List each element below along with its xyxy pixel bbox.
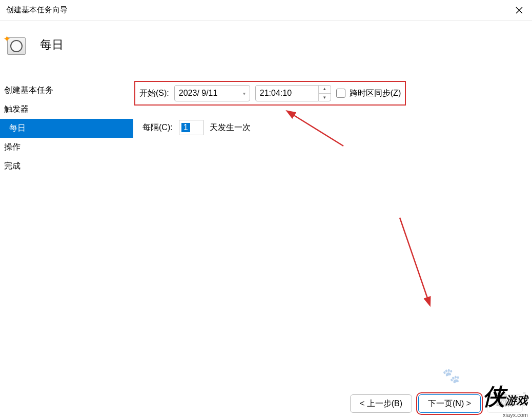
sidebar-item-action[interactable]: 操作 xyxy=(0,138,133,157)
start-row-highlight: 开始(S): 2023/ 9/11 ▾ 21:04:10 ▲ ▼ 跨时区同步(Z… xyxy=(134,81,406,106)
sync-label: 跨时区同步(Z) xyxy=(350,88,401,99)
time-value: 21:04:10 xyxy=(256,89,318,98)
next-button[interactable]: 下一页(N) > xyxy=(418,394,481,413)
time-picker[interactable]: 21:04:10 ▲ ▼ xyxy=(255,85,331,101)
cancel-button[interactable]: 取消 xyxy=(487,394,523,413)
page-title: 每日 xyxy=(40,37,64,53)
back-button[interactable]: < 上一步(B) xyxy=(350,394,412,413)
recur-label: 每隔(C): xyxy=(142,122,173,133)
sidebar-item-create-task[interactable]: 创建基本任务 xyxy=(0,81,133,100)
titlebar: 创建基本任务向导 xyxy=(0,0,532,20)
sidebar-item-trigger[interactable]: 触发器 xyxy=(0,100,133,119)
wizard-icon: ✦ xyxy=(4,35,26,55)
sync-checkbox[interactable] xyxy=(336,89,345,98)
sidebar-item-daily[interactable]: 每日 xyxy=(0,119,133,138)
close-icon xyxy=(516,7,523,14)
wizard-header: ✦ 每日 xyxy=(0,20,532,69)
svg-line-5 xyxy=(400,218,428,300)
content-panel: 开始(S): 2023/ 9/11 ▾ 21:04:10 ▲ ▼ 跨时区同步(Z… xyxy=(133,69,532,387)
sidebar-item-finish[interactable]: 完成 xyxy=(0,157,133,176)
spinner-up[interactable]: ▲ xyxy=(319,85,331,94)
sync-checkbox-group: 跨时区同步(Z) xyxy=(336,88,401,99)
close-button[interactable] xyxy=(511,3,527,18)
date-picker[interactable]: 2023/ 9/11 ▾ xyxy=(174,85,250,101)
main-area: 创建基本任务 触发器 每日 操作 完成 开始(S): 2023/ 9/11 ▾ … xyxy=(0,69,532,387)
time-spinner: ▲ ▼ xyxy=(318,85,331,101)
start-label: 开始(S): xyxy=(139,88,169,99)
chevron-down-icon: ▾ xyxy=(243,91,245,96)
wizard-sidebar: 创建基本任务 触发器 每日 操作 完成 xyxy=(0,69,133,387)
recur-suffix: 天发生一次 xyxy=(210,122,251,133)
window-title: 创建基本任务向导 xyxy=(5,5,68,15)
recur-days-input[interactable]: 1 xyxy=(179,120,203,135)
recur-value: 1 xyxy=(181,123,190,132)
date-value: 2023/ 9/11 xyxy=(179,89,218,98)
watermark-paw-icon: 🐾 xyxy=(442,367,460,384)
spinner-down[interactable]: ▼ xyxy=(319,94,331,102)
arrow-annotation-2 xyxy=(390,213,441,306)
recur-row: 每隔(C): 1 天发生一次 xyxy=(142,120,532,135)
button-bar: < 上一步(B) 下一页(N) > 取消 xyxy=(350,394,523,413)
